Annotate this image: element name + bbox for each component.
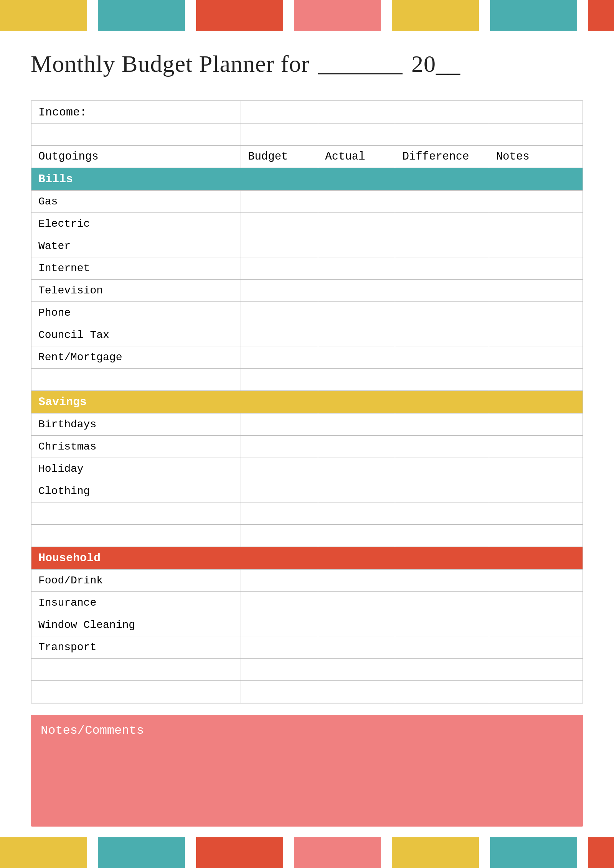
column-header-row: Outgoings Budget Actual Difference Notes [31, 146, 583, 168]
actual-transport [318, 636, 395, 659]
color-block-5 [392, 0, 479, 31]
notes-phone [489, 302, 583, 324]
bot-color-gap-1 [87, 837, 98, 868]
bot-color-gap-2 [185, 837, 196, 868]
color-gap-6 [577, 0, 588, 31]
color-block-6 [490, 0, 577, 31]
empty-row-1 [31, 124, 583, 146]
notes-food-drink [489, 570, 583, 592]
title-year-underline: __ [436, 51, 460, 77]
bot-color-block-6 [490, 837, 577, 868]
color-gap-5 [479, 0, 490, 31]
actual-holiday [318, 458, 395, 480]
label-christmas: Christmas [31, 436, 241, 458]
bot-color-gap-6 [577, 837, 588, 868]
label-insurance: Insurance [31, 592, 241, 614]
title-year-prefix: 20 [411, 51, 436, 77]
actual-window-cleaning [318, 614, 395, 636]
diff-clothing [395, 480, 489, 502]
row-rent-mortgage: Rent/Mortgage [31, 346, 583, 369]
actual-birthdays [318, 413, 395, 436]
label-internet: Internet [31, 257, 241, 280]
bills-section-header: Bills [31, 168, 583, 191]
household-section-header: Household [31, 547, 583, 570]
diff-internet [395, 257, 489, 280]
row-clothing: Clothing [31, 480, 583, 502]
savings-section-header: Savings [31, 391, 583, 413]
diff-water [395, 235, 489, 257]
income-actual [318, 101, 395, 124]
row-internet: Internet [31, 257, 583, 280]
col-actual: Actual [318, 146, 395, 168]
income-difference [395, 101, 489, 124]
bot-color-block-4 [294, 837, 381, 868]
title-name-underline [318, 46, 403, 74]
notes-council-tax [489, 324, 583, 346]
label-holiday: Holiday [31, 458, 241, 480]
actual-electric [318, 213, 395, 235]
row-birthdays: Birthdays [31, 413, 583, 436]
savings-header-row: Savings [31, 391, 583, 413]
budget-table: Income: Outgoings Budget Actual Differen… [31, 101, 583, 703]
diff-transport [395, 636, 489, 659]
diff-council-tax [395, 324, 489, 346]
title-area: Monthly Budget Planner for 20__ [0, 31, 614, 89]
bot-color-gap-5 [479, 837, 490, 868]
budget-christmas [241, 436, 318, 458]
bot-color-gap-4 [381, 837, 392, 868]
notes-internet [489, 257, 583, 280]
budget-internet [241, 257, 318, 280]
actual-phone [318, 302, 395, 324]
col-budget: Budget [241, 146, 318, 168]
row-transport: Transport [31, 636, 583, 659]
budget-holiday [241, 458, 318, 480]
notes-electric [489, 213, 583, 235]
color-block-3 [196, 0, 283, 31]
label-gas: Gas [31, 191, 241, 213]
actual-internet [318, 257, 395, 280]
income-label: Income: [31, 101, 241, 124]
row-council-tax: Council Tax [31, 324, 583, 346]
page: Monthly Budget Planner for 20__ Income: … [0, 0, 614, 868]
title-text: Monthly Budget Planner for 20__ [31, 51, 460, 77]
bot-color-block-3 [196, 837, 283, 868]
notes-water [489, 235, 583, 257]
row-holiday: Holiday [31, 458, 583, 480]
color-gap-1 [87, 0, 98, 31]
label-council-tax: Council Tax [31, 324, 241, 346]
bot-color-block-1 [0, 837, 87, 868]
notes-transport [489, 636, 583, 659]
actual-rent-mortgage [318, 346, 395, 369]
label-television: Television [31, 280, 241, 302]
actual-insurance [318, 592, 395, 614]
diff-television [395, 280, 489, 302]
diff-christmas [395, 436, 489, 458]
budget-television [241, 280, 318, 302]
actual-food-drink [318, 570, 395, 592]
label-transport: Transport [31, 636, 241, 659]
actual-council-tax [318, 324, 395, 346]
notes-birthdays [489, 413, 583, 436]
notes-clothing [489, 480, 583, 502]
budget-food-drink [241, 570, 318, 592]
diff-food-drink [395, 570, 489, 592]
budget-rent-mortgage [241, 346, 318, 369]
budget-table-container: Income: Outgoings Budget Actual Differen… [31, 100, 583, 703]
empty-row-4 [31, 525, 583, 547]
budget-council-tax [241, 324, 318, 346]
notes-label: Notes/Comments [41, 723, 573, 738]
notes-window-cleaning [489, 614, 583, 636]
label-birthdays: Birthdays [31, 413, 241, 436]
budget-birthdays [241, 413, 318, 436]
label-window-cleaning: Window Cleaning [31, 614, 241, 636]
empty-row-6 [31, 681, 583, 703]
color-gap-4 [381, 0, 392, 31]
color-block-2 [98, 0, 185, 31]
label-food-drink: Food/Drink [31, 570, 241, 592]
bot-color-gap-3 [283, 837, 294, 868]
top-color-bar [0, 0, 614, 31]
label-rent-mortgage: Rent/Mortgage [31, 346, 241, 369]
actual-water [318, 235, 395, 257]
empty-row-2 [31, 369, 583, 391]
budget-window-cleaning [241, 614, 318, 636]
